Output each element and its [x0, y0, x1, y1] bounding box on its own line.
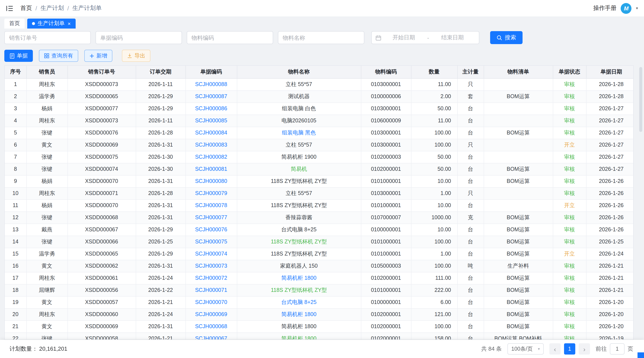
cell-due-date: 2026-1-21: [136, 296, 186, 308]
cell-doc-code-link[interactable]: SCJH000086: [186, 103, 237, 115]
sales-order-input[interactable]: [4, 31, 91, 44]
breadcrumb-item-home[interactable]: 首页: [20, 4, 32, 12]
table-row[interactable]: 2 温学勇 XSDD000065 2026-1-29 SCJH000087 测试…: [5, 90, 634, 103]
cell-doc-code-link[interactable]: SCJH000072: [186, 272, 237, 284]
menu-fold-icon[interactable]: [6, 5, 14, 12]
tab-close-icon[interactable]: ×: [68, 21, 71, 26]
cell-doc-code-link[interactable]: SCJH000069: [186, 308, 237, 320]
cell-doc-code-link[interactable]: SCJH000081: [186, 163, 237, 175]
cell-doc-code-link[interactable]: SCJH000076: [186, 224, 237, 236]
table-row[interactable]: 7 张键 XSDD000075 2026-1-30 SCJH000082 简易机…: [5, 151, 634, 163]
cell-due-date: 2026-1-28: [136, 187, 186, 199]
table-row[interactable]: 20 周桂东 XSDD000060 2026-1-24 SCJH000069 简…: [5, 308, 634, 320]
material-code-input[interactable]: [187, 31, 273, 44]
cell-doc-code-link[interactable]: SCJH000087: [186, 90, 237, 103]
table-row[interactable]: 6 黄文 XSDD000069 2026-1-31 SCJH000083 立柱 …: [5, 139, 634, 151]
table-row[interactable]: 18 屈继辉 XSDD000056 2026-1-22 SCJH000071 1…: [5, 284, 634, 296]
grid-icon: [44, 53, 49, 58]
query-all-button[interactable]: 查询所有: [39, 50, 78, 62]
material-name-input[interactable]: [278, 31, 364, 44]
table-row[interactable]: 13 戴燕 XSDD000067 2026-1-29 SCJH000076 台式…: [5, 224, 634, 236]
cell-doc-code-link[interactable]: SCJH000073: [186, 260, 237, 272]
tab-home[interactable]: 首页: [4, 19, 25, 29]
cell-doc-date: 2026-1-20: [586, 320, 634, 332]
table-row[interactable]: 3 杨娟 XSDD000077 2026-1-29 SCJH000086 组装电…: [5, 103, 634, 115]
cell-doc-code-link[interactable]: SCJH000071: [186, 284, 237, 296]
vertical-scrollbar-thumb[interactable]: [639, 67, 642, 132]
cell-material-code: 0103000001: [361, 127, 411, 139]
table-row[interactable]: 19 黄文 XSDD000057 2026-1-21 SCJH000070 台式…: [5, 296, 634, 308]
cell-unit: 只: [457, 187, 484, 199]
table-row[interactable]: 12 张键 XSDD000068 2026-1-31 SCJH000077 香辣…: [5, 211, 634, 224]
cell-doc-code-link[interactable]: SCJH000070: [186, 296, 237, 308]
date-range-picker[interactable]: 开始日期 - 结束日期: [371, 31, 479, 44]
next-page-button[interactable]: ›: [579, 343, 590, 354]
cell-doc-code-link[interactable]: SCJH000068: [186, 320, 237, 332]
cell-doc-code-link[interactable]: SCJH000075: [186, 236, 237, 248]
table-row[interactable]: 4 周桂东 XSDD000073 2026-1-11 SCJH000085 电脑…: [5, 115, 634, 127]
end-date-placeholder[interactable]: 结束日期: [430, 34, 475, 42]
cell-doc-date: 2026-1-27: [586, 139, 634, 151]
cell-bom: BOM运算: [484, 296, 553, 308]
cell-doc-date: 2026-1-27: [586, 151, 634, 163]
cell-doc-code-link[interactable]: SCJH000067: [186, 332, 237, 340]
search-button[interactable]: 搜索: [490, 31, 522, 44]
app-logo[interactable]: M: [621, 3, 632, 14]
cell-sales-order: XSDD000056: [68, 284, 136, 296]
table-row[interactable]: 22 张键 XSDD000058 2026-1-21 SCJH000067 简易…: [5, 332, 634, 340]
table-row[interactable]: 21 黄文 XSDD000069 2026-1-31 SCJH000068 简易…: [5, 320, 634, 332]
cell-doc-code-link[interactable]: SCJH000083: [186, 139, 237, 151]
current-page-button[interactable]: 1: [564, 343, 575, 354]
cell-material-code: 0100000001: [361, 224, 411, 236]
cell-doc-code-link[interactable]: SCJH000084: [186, 127, 237, 139]
user-menu-caret-icon[interactable]: ▾: [636, 6, 638, 10]
document-button[interactable]: 单据: [4, 50, 33, 62]
cell-doc-code-link[interactable]: SCJH000082: [186, 151, 237, 163]
cell-doc-code-link[interactable]: SCJH000079: [186, 187, 237, 199]
table-row[interactable]: 5 张键 XSDD000076 2026-1-28 SCJH000084 组装电…: [5, 127, 634, 139]
cell-doc-code-link[interactable]: SCJH000080: [186, 175, 237, 187]
cell-quantity: 2.00: [411, 90, 457, 103]
cell-doc-code-link[interactable]: SCJH000078: [186, 199, 237, 211]
col-doc-code: 单据编码: [186, 66, 237, 78]
export-button[interactable]: 导出: [122, 50, 150, 62]
table-row[interactable]: 9 杨娟 XSDD000070 2026-1-31 SCJH000080 118…: [5, 175, 634, 187]
cell-quantity: 50.00: [411, 103, 457, 115]
table-row[interactable]: 1 周桂东 XSDD000073 2026-1-11 SCJH000088 立柱…: [5, 78, 634, 90]
start-date-placeholder[interactable]: 开始日期: [381, 34, 426, 42]
add-button[interactable]: 新增: [84, 50, 112, 62]
cell-doc-code-link[interactable]: SCJH000085: [186, 115, 237, 127]
page-size-select[interactable]: 100条/页 ▾: [508, 343, 544, 354]
cell-due-date: 2026-1-11: [136, 78, 186, 90]
cell-material-name: 电脑20260105: [237, 115, 361, 127]
table-row[interactable]: 14 张键 XSDD000066 2026-1-25 SCJH000075 11…: [5, 236, 634, 248]
corner-widget[interactable]: [638, 352, 644, 358]
cell-sales-order: XSDD000062: [68, 260, 136, 272]
doc-code-input[interactable]: [96, 31, 182, 44]
prev-page-button[interactable]: ‹: [549, 343, 560, 354]
cell-doc-code-link[interactable]: SCJH000088: [186, 78, 237, 90]
table-row[interactable]: 16 黄文 XSDD000062 2026-1-31 SCJH000073 家庭…: [5, 260, 634, 272]
table-row[interactable]: 11 杨娟 XSDD000070 2026-1-31 SCJH000078 11…: [5, 199, 634, 211]
cell-material-name: 香辣蒜蓉酱: [237, 211, 361, 224]
cell-doc-code-link[interactable]: SCJH000074: [186, 248, 237, 260]
cell-seq: 16: [5, 260, 26, 272]
tab-production-plan-order[interactable]: 生产计划单 ×: [27, 19, 76, 29]
table-row[interactable]: 17 周桂东 XSDD000061 2026-1-24 SCJH000072 简…: [5, 272, 634, 284]
top-navbar: 首页 / 生产计划 / 生产计划单 操作手册 M ▾: [0, 0, 644, 17]
cell-unit: 台: [457, 308, 484, 320]
table-row[interactable]: 10 周桂东 XSDD000071 2026-1-28 SCJH000079 立…: [5, 187, 634, 199]
goto-page: 前往 页: [596, 343, 633, 354]
data-table-card: 序号 销售员 销售订单号 订单交期 单据编码 物料名称 物料编码 数量 主计量 …: [4, 65, 634, 340]
cell-status: 审核: [553, 163, 586, 175]
cell-doc-date: 2026-1-20: [586, 296, 634, 308]
manual-link[interactable]: 操作手册: [593, 4, 616, 12]
cell-salesperson: 黄文: [26, 320, 68, 332]
cell-seq: 21: [5, 320, 26, 332]
cell-material-code: 0102000003: [361, 151, 411, 163]
cell-doc-code-link[interactable]: SCJH000077: [186, 211, 237, 224]
goto-page-input[interactable]: [610, 343, 624, 354]
breadcrumb-item-production-plan[interactable]: 生产计划: [41, 4, 64, 12]
table-row[interactable]: 8 张键 XSDD000074 2026-1-30 SCJH000081 简易机…: [5, 163, 634, 175]
table-row[interactable]: 15 温学勇 XSDD000065 2026-1-29 SCJH000074 1…: [5, 248, 634, 260]
